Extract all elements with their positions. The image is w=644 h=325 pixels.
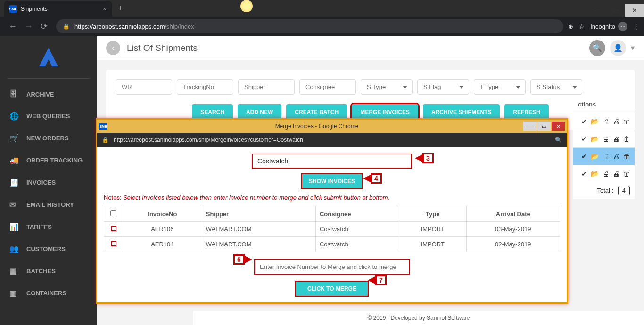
browser-menu-icon[interactable]: ⋮ — [633, 23, 639, 30]
folder-icon[interactable]: 📂 — [591, 135, 599, 143]
action-row: ✔📂🖨🖨🗑 — [573, 130, 635, 147]
s-status-select[interactable]: S Status — [530, 79, 582, 95]
col-type: Type — [399, 206, 466, 222]
bookmark-star-icon[interactable]: ☆ — [579, 23, 585, 30]
sidebar-item-email-history[interactable]: ✉EMAIL HISTORY — [0, 194, 97, 216]
page-header: ‹ List Of Shipments 🔍 👤 ▾ — [97, 36, 644, 60]
page-back-button[interactable]: ‹ — [106, 41, 120, 55]
tab-bar: SME Shipments × + — ▭ ✕ — [0, 0, 644, 17]
page-title: List Of Shipments — [127, 43, 198, 53]
print2-icon[interactable]: 🖨 — [613, 118, 619, 125]
select-all-checkbox[interactable] — [110, 210, 116, 216]
cell-invoice: AER104 — [123, 237, 202, 252]
sidebar-item-archive[interactable]: 🗄ARCHIVE — [0, 83, 97, 105]
email-icon: ✉ — [9, 200, 20, 209]
trash-icon[interactable]: 🗑 — [623, 135, 630, 143]
table-row: AER104 WALMART.COM Costwatch IMPORT 02-M… — [104, 237, 560, 252]
cell-shipper: WALMART.COM — [202, 222, 315, 237]
customer-input[interactable] — [252, 154, 412, 169]
refresh-button[interactable]: REFRESH — [504, 104, 548, 120]
incognito-label: Incognito — [590, 23, 615, 30]
callout-number: 3 — [422, 153, 434, 163]
user-menu-chevron-icon[interactable]: ▾ — [631, 43, 635, 52]
sidebar-item-label: ARCHIVE — [26, 91, 54, 98]
popup-favicon: SME — [99, 123, 107, 130]
tab-favicon: SME — [9, 5, 17, 13]
row-checkbox[interactable] — [111, 226, 116, 231]
window-maximize-button[interactable]: ▭ — [606, 4, 625, 17]
print-icon[interactable]: 🖨 — [603, 118, 609, 125]
shipper-input[interactable] — [238, 79, 295, 95]
callout-number: 6 — [233, 254, 245, 265]
close-tab-icon[interactable]: × — [103, 5, 107, 13]
popup-titlebar[interactable]: SME Merge Invoices - Google Chrome — ▭ ✕ — [97, 120, 567, 133]
sidebar-item-new-orders[interactable]: 🛒NEW ORDERS — [0, 127, 97, 149]
archive-shipments-button[interactable]: ARCHIVE SHIPMENTS — [423, 104, 500, 120]
window-close-button[interactable]: ✕ — [625, 4, 644, 17]
sidebar-item-label: ORDER TRACKING — [26, 157, 83, 164]
sidebar-item-batches[interactable]: ▦BATCHES — [0, 260, 97, 282]
print-icon[interactable]: 🖨 — [603, 153, 609, 160]
notes-line: Notes: Select Invoices listed below then… — [104, 194, 560, 201]
s-type-select[interactable]: S Type — [361, 79, 413, 95]
folder-icon[interactable]: 📂 — [591, 118, 599, 125]
check-icon[interactable]: ✔ — [581, 135, 587, 143]
t-type-select[interactable]: T Type — [474, 79, 526, 95]
print2-icon[interactable]: 🖨 — [613, 170, 619, 178]
reload-button[interactable]: ⟳ — [37, 21, 51, 32]
sidebar-item-invoices[interactable]: 🧾INVOICES — [0, 171, 97, 194]
cell-arrival: 03-May-2019 — [466, 222, 560, 237]
user-avatar[interactable]: 👤 — [610, 40, 626, 56]
back-button[interactable]: ← — [5, 22, 21, 32]
trash-icon[interactable]: 🗑 — [623, 153, 630, 160]
lock-icon: 🔒 — [63, 23, 70, 30]
create-batch-button[interactable]: CREATE BATCH — [286, 104, 347, 120]
print2-icon[interactable]: 🖨 — [613, 153, 619, 160]
header-search-button[interactable]: 🔍 — [589, 40, 605, 56]
popup-close-button[interactable]: ✕ — [552, 122, 565, 131]
folder-icon[interactable]: 📂 — [591, 153, 599, 160]
check-icon[interactable]: ✔ — [581, 118, 587, 125]
merge-invoice-number-input[interactable] — [254, 259, 410, 275]
click-to-merge-button[interactable]: CLICK TO MERGE — [295, 281, 369, 297]
callout-6: 6 — [233, 254, 252, 265]
trash-icon[interactable]: 🗑 — [623, 170, 630, 178]
cell-type: IMPORT — [399, 222, 466, 237]
sidebar-item-customers[interactable]: 👥CUSTOMERS — [0, 238, 97, 260]
sidebar-item-tariffs[interactable]: 📊TARIFFS — [0, 216, 97, 238]
add-new-button[interactable]: ADD NEW — [238, 104, 281, 120]
check-icon[interactable]: ✔ — [581, 170, 587, 178]
s-flag-select[interactable]: S Flag — [417, 79, 469, 95]
cell-invoice: AER106 — [123, 222, 202, 237]
row-checkbox[interactable] — [111, 241, 116, 246]
print2-icon[interactable]: 🖨 — [613, 135, 619, 143]
show-invoices-button[interactable]: SHOW INVOICES — [301, 173, 363, 189]
print-icon[interactable]: 🖨 — [603, 170, 609, 178]
search-button[interactable]: SEARCH — [192, 104, 233, 120]
browser-tab[interactable]: SME Shipments × — [4, 1, 112, 17]
wr-input[interactable] — [116, 79, 172, 95]
sidebar-item-web-queries[interactable]: 🌐WEB QUERIES — [0, 105, 97, 127]
popup-maximize-button[interactable]: ▭ — [537, 122, 551, 131]
cell-consignee: Costwatch — [315, 237, 399, 252]
folder-icon[interactable]: 📂 — [591, 170, 599, 178]
merge-invoices-button[interactable]: MERGE INVOICES — [352, 104, 418, 120]
consignee-input[interactable] — [299, 79, 356, 95]
popup-address-bar[interactable]: 🔒 https://areopost.sanmolapps.com/ship/M… — [97, 133, 567, 147]
sidebar-item-containers[interactable]: ▥CONTAINERS — [0, 282, 97, 304]
sidebar-item-order-tracking[interactable]: 🚚ORDER TRACKING — [0, 149, 97, 171]
trash-icon[interactable]: 🗑 — [623, 118, 630, 125]
new-tab-button[interactable]: + — [118, 3, 123, 13]
forward-button[interactable]: → — [21, 22, 37, 32]
search-icon[interactable]: 🔍 — [555, 137, 562, 143]
search-in-page-icon[interactable]: ⊕ — [568, 23, 573, 30]
trackingno-input[interactable] — [177, 79, 233, 95]
window-minimize-button[interactable]: — — [587, 4, 606, 17]
total-value: 4 — [618, 186, 630, 195]
url-input[interactable]: 🔒 https://areopost.sanmolapps.com/ship/i… — [56, 19, 563, 33]
actions-panel: ctions ✔📂🖨🖨🗑 ✔📂🖨🖨🗑 ✔📂🖨🖨🗑 ✔📂🖨🖨🗑 Total : 4 — [573, 96, 635, 199]
print-icon[interactable]: 🖨 — [603, 135, 609, 143]
truck-icon: 🚚 — [9, 156, 20, 165]
popup-minimize-button[interactable]: — — [523, 122, 537, 131]
check-icon[interactable]: ✔ — [581, 153, 587, 160]
